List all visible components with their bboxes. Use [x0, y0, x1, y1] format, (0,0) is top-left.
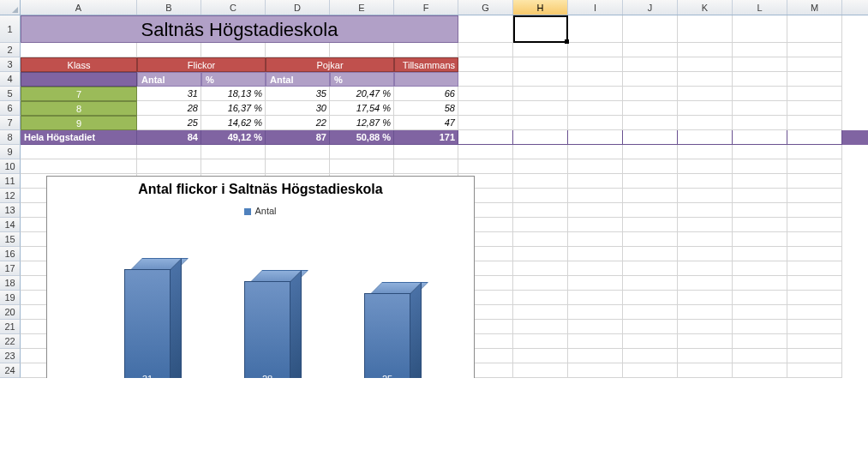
cell[interactable]: [568, 320, 623, 334]
cell[interactable]: [513, 43, 568, 57]
row-header-9[interactable]: 9: [0, 145, 21, 159]
cell[interactable]: [623, 203, 678, 218]
cell[interactable]: [568, 57, 623, 72]
klass-cell[interactable]: 9: [21, 116, 137, 130]
cell[interactable]: [678, 159, 733, 174]
cell[interactable]: [513, 87, 568, 101]
cell[interactable]: [678, 276, 733, 291]
cell[interactable]: [394, 72, 458, 87]
data-cell[interactable]: 66: [394, 87, 458, 101]
cell[interactable]: [513, 145, 568, 159]
row-header-21[interactable]: 21: [0, 320, 21, 334]
cell[interactable]: [568, 43, 623, 57]
cell[interactable]: [458, 15, 513, 43]
cell[interactable]: [623, 159, 678, 174]
cell[interactable]: [733, 43, 787, 57]
cell[interactable]: [137, 43, 201, 57]
cell[interactable]: [678, 291, 733, 305]
cell[interactable]: [733, 291, 787, 305]
cell[interactable]: [678, 363, 733, 378]
row-header-6[interactable]: 6: [0, 101, 21, 116]
data-cell[interactable]: 18,13 %: [201, 87, 266, 101]
row-header-2[interactable]: 2: [0, 43, 21, 57]
cell[interactable]: [787, 116, 842, 130]
cell[interactable]: [458, 159, 513, 174]
cell[interactable]: [21, 145, 137, 159]
cell[interactable]: [513, 159, 568, 174]
cell[interactable]: [513, 320, 568, 334]
cell[interactable]: [458, 101, 513, 116]
total-label[interactable]: Hela Högstadiet: [21, 130, 137, 145]
subheader-antal[interactable]: Antal: [137, 72, 201, 87]
cell[interactable]: [733, 15, 787, 43]
cell[interactable]: [678, 15, 733, 43]
row-header-22[interactable]: 22: [0, 334, 21, 349]
row-header-3[interactable]: 3: [0, 57, 21, 72]
cell[interactable]: [678, 349, 733, 363]
cell[interactable]: [678, 320, 733, 334]
cell[interactable]: [623, 349, 678, 363]
row-header-20[interactable]: 20: [0, 305, 21, 320]
data-cell[interactable]: 16,37 %: [201, 101, 266, 116]
cell[interactable]: [623, 291, 678, 305]
data-cell[interactable]: 22: [266, 116, 330, 130]
cell[interactable]: [623, 87, 678, 101]
cell[interactable]: [201, 159, 266, 174]
cell[interactable]: [623, 57, 678, 72]
cell[interactable]: [568, 291, 623, 305]
row-header-18[interactable]: 18: [0, 276, 21, 291]
cell[interactable]: [678, 203, 733, 218]
cell[interactable]: [394, 43, 458, 57]
row-header-24[interactable]: 24: [0, 363, 21, 378]
cell[interactable]: [733, 349, 787, 363]
total-cell[interactable]: 171: [394, 130, 458, 145]
row-header-8[interactable]: 8: [0, 130, 21, 145]
col-header-F[interactable]: F: [394, 0, 458, 15]
cell[interactable]: [458, 145, 513, 159]
cell[interactable]: [568, 247, 623, 261]
cell[interactable]: [266, 145, 330, 159]
data-cell[interactable]: 35: [266, 87, 330, 101]
cell[interactable]: [623, 247, 678, 261]
cell[interactable]: [733, 320, 787, 334]
row-header-13[interactable]: 13: [0, 203, 21, 218]
cell[interactable]: [733, 276, 787, 291]
col-header-E[interactable]: E: [330, 0, 394, 15]
cell[interactable]: [623, 305, 678, 320]
cell[interactable]: [733, 334, 787, 349]
col-header-L[interactable]: L: [733, 0, 787, 15]
cell[interactable]: [458, 57, 513, 72]
cell[interactable]: [787, 15, 842, 43]
col-header-B[interactable]: B: [137, 0, 201, 15]
header-klass[interactable]: Klass: [21, 57, 137, 72]
cell[interactable]: [678, 87, 733, 101]
cell[interactable]: [568, 232, 623, 247]
row-header-12[interactable]: 12: [0, 189, 21, 203]
cell[interactable]: [513, 72, 568, 87]
col-header-D[interactable]: D: [266, 0, 330, 15]
cell[interactable]: [678, 247, 733, 261]
subheader-antal[interactable]: Antal: [266, 72, 330, 87]
data-cell[interactable]: 20,47 %: [330, 87, 394, 101]
total-cell[interactable]: 84: [137, 130, 201, 145]
cell[interactable]: [568, 15, 623, 43]
cell[interactable]: [733, 232, 787, 247]
cell[interactable]: [513, 116, 568, 130]
cell[interactable]: [678, 334, 733, 349]
cell[interactable]: [568, 203, 623, 218]
cell[interactable]: [21, 72, 137, 87]
cell[interactable]: [266, 159, 330, 174]
cell[interactable]: [513, 291, 568, 305]
col-header-A[interactable]: A: [21, 0, 137, 15]
data-cell[interactable]: 30: [266, 101, 330, 116]
cell[interactable]: [458, 87, 513, 101]
cell[interactable]: [787, 174, 842, 189]
data-cell[interactable]: 25: [137, 116, 201, 130]
data-cell[interactable]: 31: [137, 87, 201, 101]
title-cell[interactable]: Saltnäs Högstadieskola: [21, 15, 458, 43]
cell[interactable]: [568, 130, 623, 145]
cell[interactable]: [568, 189, 623, 203]
cell[interactable]: [513, 203, 568, 218]
header-pojkar[interactable]: Pojkar: [266, 57, 394, 72]
row-header-1[interactable]: 1: [0, 15, 21, 43]
